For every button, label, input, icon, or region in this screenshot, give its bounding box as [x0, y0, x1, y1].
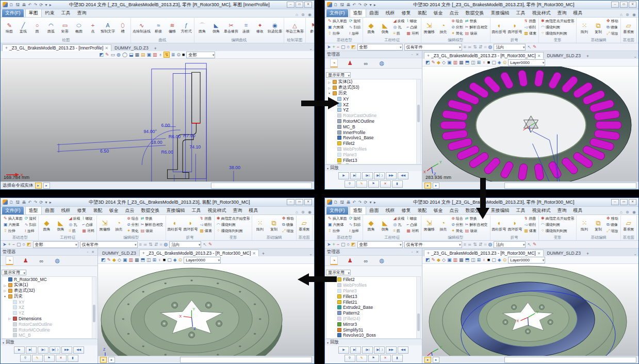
layout-icon[interactable]: ⊞: [477, 60, 481, 65]
replay-play-loop-button[interactable]: (▶): [362, 346, 373, 354]
layer-combo[interactable]: Layer0000: [184, 257, 221, 263]
twist-button[interactable]: ↯扭曲: [523, 216, 538, 222]
voxel-button[interactable]: ▩体素: [523, 228, 538, 234]
shell-button[interactable]: ◔抽壳: [112, 216, 125, 235]
quicktrim-button[interactable]: ✂单击修剪: [223, 18, 239, 38]
tree-item[interactable]: Fillet21: [326, 299, 420, 305]
input-mode-icon[interactable]: ▸: [100, 357, 107, 363]
tree-item[interactable]: XZ: [2, 305, 96, 310]
doc-bar-overflow-icon[interactable]: ⌄: [633, 252, 637, 256]
viewcube-icon[interactable]: ◇: [118, 257, 121, 262]
part-filter-icon[interactable]: ◩: [351, 242, 356, 247]
align-icon[interactable]: ≡: [464, 44, 466, 49]
rib-button[interactable]: ≡筋: [68, 228, 81, 234]
render-tab-icon[interactable]: ◍: [378, 257, 386, 264]
sweep-button[interactable]: ∿扫掠: [348, 222, 362, 228]
scale-button[interactable]: ⤢缩放: [281, 228, 295, 234]
rib-button[interactable]: ≡筋: [392, 228, 405, 234]
part-filter-icon[interactable]: ◩: [27, 242, 31, 247]
normal-combo[interactable]: 法向: [494, 44, 526, 51]
entity-filter-combo[interactable]: 仅有零件: [404, 241, 462, 248]
combine-button[interactable]: ⊕组合: [450, 18, 464, 24]
viewport-sketch[interactable]: 6.0094.00°R6.00R7.0018.006.50R6.0074.103…: [1, 59, 314, 181]
connect-button[interactable]: ⌗连接: [239, 18, 253, 38]
tree-filter-combo[interactable]: 显示常用: [326, 270, 351, 275]
close-button[interactable]: ✕: [304, 199, 312, 205]
normal-combo[interactable]: 法向: [169, 241, 201, 248]
down-icon[interactable]: ⇵: [154, 242, 158, 247]
tree-scrollbar[interactable]: [416, 79, 420, 164]
inlay-button[interactable]: ▤镶嵌: [140, 228, 165, 234]
draft-button[interactable]: ◢拔模: [392, 18, 405, 24]
split-button[interactable]: ⊘分割: [450, 222, 464, 228]
pattern-button[interactable]: ⁙阵列: [253, 216, 267, 235]
tab-r11[interactable]: 视觉样式: [529, 207, 554, 214]
document-tab[interactable]: DUMMY_SLD.Z3: [544, 53, 583, 59]
tree-item[interactable]: Simplify31: [326, 327, 420, 333]
grid-icon[interactable]: ▦: [459, 60, 464, 65]
replay-flag-button[interactable]: ⚑: [44, 355, 55, 362]
move-button[interactable]: ✥移动: [605, 18, 619, 24]
command-input[interactable]: [504, 183, 636, 189]
input-mode-icon[interactable]: ▸: [424, 357, 431, 363]
input-mode-icon[interactable]: ▸: [424, 183, 431, 189]
simplify-button[interactable]: ✦简化: [450, 30, 464, 37]
tab-r1[interactable]: 造型: [350, 207, 366, 214]
tab-r9[interactable]: 直接编辑: [488, 207, 513, 214]
split-button[interactable]: ⊘分割: [126, 222, 140, 228]
tree-item[interactable]: XY: [2, 299, 96, 305]
tree-expander[interactable]: ▷: [8, 317, 11, 320]
viewcube-icon[interactable]: ◇: [442, 257, 446, 262]
tree-item[interactable]: RotorMCOutline: [326, 119, 420, 124]
sweep-button[interactable]: ∿扫掠: [348, 24, 362, 30]
insertsketch-button[interactable]: ✎插入草图: [327, 18, 348, 24]
hole-button[interactable]: ◎孔: [392, 24, 405, 30]
history-tab-icon[interactable]: ◔: [330, 59, 338, 68]
boxblk-button[interactable]: ▣六面体: [327, 222, 348, 228]
copy-button[interactable]: ⧉复制: [267, 216, 281, 235]
replay-edit-button[interactable]: ✎: [356, 180, 367, 188]
equation-button[interactable]: ƒ方程式: [179, 18, 193, 38]
flange-button[interactable]: ⌐凸缘: [406, 222, 420, 228]
slot-button[interactable]: ⬯槽: [116, 18, 129, 38]
brush-icon[interactable]: ✎: [533, 242, 537, 247]
box-icon[interactable]: ▣: [147, 52, 152, 57]
hand-icon[interactable]: ↖: [203, 242, 207, 247]
viewport-disc-top[interactable]: YXYXZ: [422, 264, 638, 356]
eraser-icon[interactable]: ✎: [105, 52, 109, 57]
tree-item[interactable]: Plane3: [326, 288, 420, 294]
flange-button[interactable]: ⌐凸缘: [406, 24, 420, 30]
eraser-icon[interactable]: ✎: [432, 60, 436, 65]
tab-r12[interactable]: 查询: [554, 207, 570, 214]
replay-play-loop-button[interactable]: (▶): [38, 346, 48, 354]
black-swatch-icon[interactable]: ■: [163, 257, 166, 262]
insertsketch-button[interactable]: ✎插入草图: [327, 216, 348, 222]
triangle-button[interactable]: △等边三角形: [285, 18, 304, 38]
simplify-button[interactable]: ✦简化: [450, 228, 464, 234]
output-mode-icon[interactable]: ▸: [108, 357, 115, 363]
background-icon[interactable]: ⬒: [140, 257, 145, 262]
faceoffset-button[interactable]: ⇲面偏移: [422, 216, 436, 235]
tree-item[interactable]: ▷Dimensions: [2, 316, 96, 322]
tab-r6[interactable]: 钣金: [431, 207, 446, 214]
close-button[interactable]: ✕: [629, 199, 636, 205]
quick-access-toolbar[interactable]: 🗋 🖫 🖶 ↶ ↷ ⟳ ▾ ▸: [9, 3, 52, 7]
down-icon[interactable]: ⇵: [479, 44, 483, 49]
replay-header[interactable]: ▾回放: [325, 339, 422, 345]
display-icon[interactable]: ▣: [447, 257, 452, 262]
replay-play-button[interactable]: ▶: [14, 346, 25, 354]
layer-bulb-icon[interactable]: ⊙: [503, 257, 507, 262]
fillet-button[interactable]: ◆圆角: [364, 18, 378, 38]
tab-r7[interactable]: 点云: [447, 207, 462, 214]
replay-link-button[interactable]: ⚲: [345, 180, 355, 188]
frame-icon[interactable]: ▢: [167, 257, 172, 262]
tab-file[interactable]: 文件(F): [326, 207, 348, 214]
output-mode-icon[interactable]: ▸: [433, 357, 439, 363]
tab-r8[interactable]: 数据交换: [138, 207, 163, 214]
tree-item[interactable]: (Fillet24): [326, 316, 420, 322]
loft-button[interactable]: ≀放样: [348, 30, 362, 37]
box-select-icon[interactable]: ▢: [341, 44, 346, 49]
tab-r13[interactable]: 模具: [570, 9, 586, 17]
tree-item[interactable]: YZ: [326, 107, 420, 113]
snap-icon[interactable]: ≃: [468, 44, 472, 49]
